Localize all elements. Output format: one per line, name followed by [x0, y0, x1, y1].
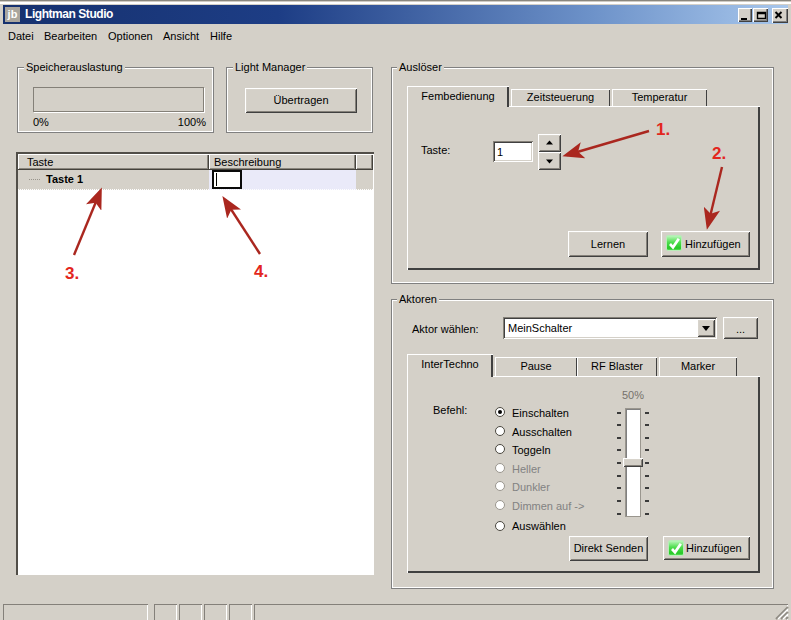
svg-text:3.: 3. — [65, 264, 79, 283]
svg-text:1.: 1. — [656, 120, 670, 139]
svg-text:4.: 4. — [254, 262, 268, 281]
svg-text:2.: 2. — [712, 144, 726, 163]
